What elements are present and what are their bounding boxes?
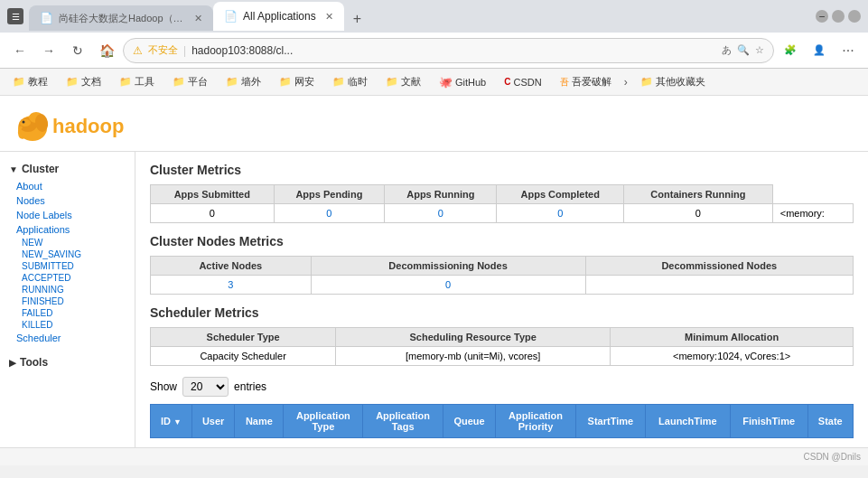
apps-pending-link[interactable]: 0: [326, 208, 331, 219]
page-inner: ▼ Cluster About Nodes Node Labels Applic…: [0, 152, 868, 447]
sidebar-cluster-section: ▼ Cluster About Nodes Node Labels Applic…: [0, 159, 135, 345]
svg-point-2: [20, 119, 31, 127]
col-id[interactable]: ID ▼: [151, 405, 192, 438]
bookmark-wenxian[interactable]: 📁 文献: [380, 73, 426, 90]
bookmark-qiangwai-label: 墙外: [241, 75, 261, 89]
bookmark-gongju[interactable]: 📁 工具: [114, 73, 160, 90]
account-button[interactable]: 👤: [807, 38, 832, 63]
bookmark-wangan-label: 网安: [294, 75, 314, 89]
bookmarks-more[interactable]: ›: [624, 76, 628, 89]
sidebar-tools-title[interactable]: ▶ Tools: [0, 352, 135, 372]
bookmark-csdn[interactable]: C CSDN: [499, 75, 546, 89]
col-finish-time[interactable]: FinishTime: [730, 405, 807, 438]
scheduler-metrics-title: Scheduler Metrics: [150, 305, 854, 320]
col-start-time[interactable]: StartTime: [575, 405, 645, 438]
col-min-allocation: Minimum Allocation: [611, 328, 854, 347]
bookmark-wangan[interactable]: 📁 网安: [274, 73, 320, 90]
bookmark-wuai[interactable]: 吾 吾爱破解: [555, 73, 617, 90]
active-nodes-link[interactable]: 3: [228, 279, 233, 290]
nav-bar: ← → ↻ 🏠 ⚠ 不安全 | hadoop103:8088/cl... あ 🔍…: [0, 33, 868, 69]
sidebar-killed-link[interactable]: KILLED: [0, 319, 135, 331]
reload-button[interactable]: ↻: [65, 38, 90, 63]
home-button[interactable]: 🏠: [94, 38, 119, 63]
entries-select[interactable]: 10 20 50 100: [182, 377, 229, 397]
tab-pdf-close[interactable]: ✕: [194, 13, 202, 24]
bookmark-wendang[interactable]: 📁 文档: [61, 73, 107, 90]
bookmark-qiangwai-icon: 📁: [226, 76, 238, 88]
extensions-button[interactable]: 🧩: [778, 38, 803, 63]
bookmark-linshi[interactable]: 📁 临时: [327, 73, 373, 90]
sidebar-scheduler-link[interactable]: Scheduler: [0, 331, 135, 345]
sidebar-new-saving-link[interactable]: NEW_SAVING: [0, 248, 135, 260]
sidebar-nodes-link[interactable]: Nodes: [0, 193, 135, 208]
bookmark-jiaocheng-icon: 📁: [13, 76, 25, 88]
sidebar-finished-link[interactable]: FINISHED: [0, 295, 135, 307]
apps-completed-link[interactable]: 0: [557, 208, 563, 219]
sidebar-submitted-link[interactable]: SUBMITTED: [0, 260, 135, 272]
bookmark-pingtai-icon: 📁: [173, 76, 185, 88]
maximize-button[interactable]: [832, 10, 845, 23]
tab-apps-close[interactable]: ✕: [325, 11, 333, 23]
col-user[interactable]: User: [191, 405, 235, 438]
sidebar-failed-link[interactable]: FAILED: [0, 307, 135, 319]
cluster-metrics-title: Cluster Metrics: [150, 163, 854, 177]
sidebar-tools-section: ▶ Tools: [0, 352, 135, 372]
val-apps-submitted: 0: [151, 204, 275, 223]
bookmark-other-icon: 📁: [640, 76, 653, 88]
close-button[interactable]: [848, 10, 861, 23]
bookmark-github[interactable]: 🐙 GitHub: [434, 74, 491, 90]
sidebar-node-labels-link[interactable]: Node Labels: [0, 208, 135, 222]
col-app-priority[interactable]: ApplicationPriority: [496, 405, 575, 438]
sidebar-new-link[interactable]: NEW: [0, 237, 135, 248]
tab-apps[interactable]: 📄 All Applications ✕: [213, 2, 344, 31]
val-memory-overflow: <memory:: [772, 204, 853, 223]
bookmark-other[interactable]: 📁 其他收藏夹: [635, 73, 711, 90]
cluster-nodes-title: Cluster Nodes Metrics: [150, 234, 854, 248]
col-queue[interactable]: Queue: [443, 405, 496, 438]
col-launch-time[interactable]: LaunchTime: [646, 405, 731, 438]
hadoop-logo: hadoop: [14, 103, 854, 144]
sidebar-applications-link[interactable]: Applications: [0, 222, 135, 237]
forward-button[interactable]: →: [36, 38, 61, 63]
tab-pdf-label: 尚硅谷大数据之Hadoop（入门）: [59, 12, 185, 25]
tab-pdf[interactable]: 📄 尚硅谷大数据之Hadoop（入门） ✕: [29, 5, 213, 31]
sidebar-accepted-link[interactable]: ACCEPTED: [0, 272, 135, 284]
col-state[interactable]: State: [807, 405, 853, 438]
bookmark-csdn-icon: C: [504, 77, 510, 87]
sidebar-running-link[interactable]: RUNNING: [0, 284, 135, 295]
col-name[interactable]: Name: [235, 405, 284, 438]
col-apps-pending: Apps Pending: [274, 185, 385, 204]
val-scheduler-type: Capacity Scheduler: [151, 347, 336, 366]
bookmark-gongju-icon: 📁: [119, 76, 132, 88]
col-app-tags[interactable]: ApplicationTags: [363, 405, 443, 438]
new-tab-button[interactable]: +: [344, 7, 370, 31]
col-apps-running: Apps Running: [385, 185, 497, 204]
cluster-metrics-table: Apps Submitted Apps Pending Apps Running…: [150, 184, 854, 223]
translate-icon: あ: [722, 43, 732, 57]
bookmark-qiangwai[interactable]: 📁 墙外: [220, 73, 266, 90]
col-app-type[interactable]: ApplicationType: [284, 405, 363, 438]
val-decommissioning-nodes: 0: [311, 276, 585, 295]
cluster-nodes-table: Active Nodes Decommissioning Nodes Decom…: [150, 256, 854, 295]
bookmarks-bar: 📁 教程 📁 文档 📁 工具 📁 平台 📁 墙外 📁 网安 📁 临时 📁: [0, 69, 868, 96]
val-decommissioned-nodes: [585, 276, 853, 295]
minimize-button[interactable]: ─: [816, 10, 828, 23]
address-bar[interactable]: ⚠ 不安全 | hadoop103:8088/cl... あ 🔍 ☆: [123, 38, 774, 63]
menu-button[interactable]: ···: [835, 38, 861, 63]
bookmark-jiaocheng[interactable]: 📁 教程: [7, 73, 53, 90]
star-icon[interactable]: ☆: [755, 44, 764, 56]
bookmark-pingtai[interactable]: 📁 平台: [167, 73, 213, 90]
cluster-arrow-icon: ▼: [9, 164, 18, 174]
bookmark-wendang-label: 文档: [81, 75, 101, 89]
apps-running-link[interactable]: 0: [438, 208, 443, 219]
sidebar-about-link[interactable]: About: [0, 179, 135, 193]
decommissioning-nodes-link[interactable]: 0: [445, 279, 451, 290]
security-warning-text: 不安全: [148, 43, 178, 57]
tab-apps-favicon: 📄: [224, 10, 238, 23]
main-content: Cluster Metrics Apps Submitted Apps Pend…: [135, 152, 868, 447]
tab-apps-label: All Applications: [243, 10, 316, 23]
sidebar-cluster-title[interactable]: ▼ Cluster: [0, 159, 135, 179]
bookmark-csdn-label: CSDN: [513, 77, 541, 88]
back-button[interactable]: ←: [7, 38, 33, 63]
bookmark-wendang-icon: 📁: [66, 76, 79, 88]
